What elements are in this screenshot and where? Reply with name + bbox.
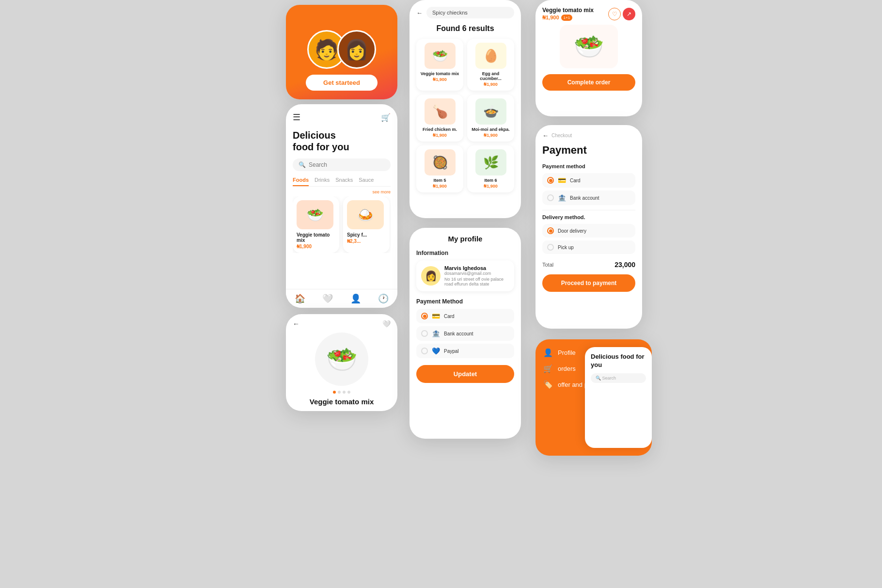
radio-card[interactable] bbox=[421, 313, 428, 319]
food-name-2: Spicy f... bbox=[347, 232, 386, 238]
total-label: Total bbox=[542, 262, 553, 268]
panel-search-bar[interactable]: 🔍 Search bbox=[591, 373, 646, 383]
radio-method-bank[interactable] bbox=[547, 194, 554, 201]
result-card-5[interactable]: 🥘 Item 5 ₦1,900 bbox=[416, 145, 463, 192]
back-btn-detail[interactable]: ← bbox=[293, 320, 299, 328]
screen-payment: ← Checkout Payment Payment method 💳 Card… bbox=[536, 125, 642, 329]
bank-icon: 🏦 bbox=[432, 330, 440, 337]
heart-circle[interactable]: ♡ bbox=[608, 8, 621, 20]
result-price-1: ₦1,900 bbox=[420, 77, 459, 82]
home-headline: Delicious food for you bbox=[293, 129, 391, 153]
white-panel: Delicious food for you 🔍 Search bbox=[585, 347, 652, 448]
nav-profile[interactable]: 👤 bbox=[350, 293, 361, 304]
payment-opt-paypal[interactable]: 💙 Paypal bbox=[416, 344, 514, 358]
paypal-label: Paypal bbox=[444, 349, 459, 354]
panel-search-icon: 🔍 bbox=[596, 376, 601, 381]
tab-drinks[interactable]: Drinks bbox=[315, 177, 330, 186]
info-section-label: Information bbox=[416, 250, 514, 256]
nav-home[interactable]: 🏠 bbox=[295, 293, 305, 304]
radio-paypal[interactable] bbox=[421, 348, 428, 354]
detail-name: Veggie tomato mix bbox=[293, 397, 391, 406]
screen-detail: ← 🤍 🥗 Veggie tomato mix bbox=[286, 314, 397, 411]
tab-snacks[interactable]: Snacks bbox=[335, 177, 353, 186]
result-card-4[interactable]: 🍲 Moi-moi and ekpa. ₦1,900 bbox=[467, 95, 514, 142]
payment-opt-bank[interactable]: 🏦 Bank account bbox=[416, 326, 514, 341]
screen-orange: 👤 Profile 🛒 orders 🏷️ offer and promo De… bbox=[536, 339, 652, 456]
delivery-opt-pickup[interactable]: Pick up bbox=[542, 240, 635, 254]
nav-favorites[interactable]: 🤍 bbox=[322, 293, 333, 304]
radio-pickup[interactable] bbox=[547, 244, 554, 251]
result-name-6: Item 6 bbox=[471, 178, 510, 183]
search-icon: 🔍 bbox=[299, 161, 306, 168]
screen-profile: My profile Information 👩 Marvis Ighedosa… bbox=[410, 228, 521, 439]
screen-splash: 🧑 👩 Get starteed bbox=[286, 5, 397, 99]
dot-3 bbox=[343, 391, 346, 394]
avatar-2: 👩 bbox=[337, 30, 376, 69]
radio-method-card[interactable] bbox=[547, 177, 554, 184]
complete-badge: 1+1 bbox=[561, 15, 573, 21]
user-address: No 16 uri street off ovie palace road ef… bbox=[444, 277, 509, 286]
payment-opt-card[interactable]: 💳 Card bbox=[416, 309, 514, 323]
complete-order-button[interactable]: Complete order bbox=[542, 74, 635, 91]
method-bank-name: Bank account bbox=[570, 195, 599, 201]
dot-4 bbox=[347, 391, 350, 394]
card-icon: 💳 bbox=[432, 312, 440, 320]
complete-price: ₦1,900 bbox=[542, 15, 559, 21]
result-card-1[interactable]: 🥗 Veggie tomato mix ₦1,900 bbox=[416, 39, 463, 91]
heart-btn-detail[interactable]: 🤍 bbox=[382, 320, 391, 328]
back-arrow-search[interactable]: ← bbox=[416, 9, 423, 16]
see-more[interactable]: see more bbox=[293, 190, 391, 194]
user-email: dosamarvis@gmail.com bbox=[444, 271, 509, 276]
result-card-3[interactable]: 🍗 Fried chicken m. ₦1,900 bbox=[416, 95, 463, 142]
food-price-1: ₦1,900 bbox=[297, 244, 335, 249]
delivery-opt-door[interactable]: Door delivery bbox=[542, 224, 635, 238]
menu-icon[interactable]: ☰ bbox=[293, 112, 300, 123]
payment-heading: Payment bbox=[542, 144, 635, 157]
radio-door[interactable] bbox=[547, 227, 554, 234]
update-button[interactable]: Updatet bbox=[416, 365, 514, 383]
radio-bank[interactable] bbox=[421, 330, 428, 337]
dot-2 bbox=[338, 391, 341, 394]
result-price-6: ₦1,900 bbox=[471, 184, 510, 189]
food-card-2[interactable]: 🍛 Spicy f... ₦2,3... bbox=[343, 196, 390, 253]
screen-search: ← Spicy chieckns Found 6 results 🥗 Veggi… bbox=[410, 0, 521, 218]
offers-icon: 🏷️ bbox=[543, 380, 553, 389]
get-started-button[interactable]: Get starteed bbox=[306, 75, 378, 91]
dot-1 bbox=[333, 391, 336, 394]
profile-title: My profile bbox=[416, 235, 514, 243]
search-input[interactable] bbox=[309, 161, 385, 168]
tab-foods[interactable]: Foods bbox=[293, 177, 309, 186]
result-price-3: ₦1,900 bbox=[420, 133, 459, 138]
complete-food-visual: 🥗 bbox=[560, 25, 618, 68]
result-card-2[interactable]: 🥚 Egg and cucmber... ₦1,900 bbox=[467, 39, 514, 91]
result-name-4: Moi-moi and ekpa. bbox=[471, 127, 510, 132]
result-name-3: Fried chicken m. bbox=[420, 127, 459, 132]
screen-complete: Veggie tomato mix ₦1,900 1+1 ♡ ↗ 🥗 Compl… bbox=[536, 0, 642, 116]
pickup-label: Pick up bbox=[558, 245, 574, 250]
method-opt-card[interactable]: 💳 Card bbox=[542, 173, 635, 188]
method-bank-icon: 🏦 bbox=[558, 194, 566, 202]
result-price-5: ₦1,900 bbox=[420, 184, 459, 189]
result-card-6[interactable]: 🌿 Item 6 ₦1,900 bbox=[467, 145, 514, 192]
share-circle[interactable]: ↗ bbox=[623, 8, 635, 20]
card-label: Card bbox=[444, 314, 455, 319]
result-name-5: Item 5 bbox=[420, 178, 459, 183]
checkout-label: Checkout bbox=[551, 133, 572, 138]
tab-sauce[interactable]: Sauce bbox=[359, 177, 374, 186]
food-hero: 🥗 bbox=[315, 333, 368, 386]
door-delivery-label: Door delivery bbox=[558, 228, 586, 234]
food-card-1[interactable]: 🥗 Veggie tomato mix ₦1,900 bbox=[293, 196, 339, 253]
search-query-bar[interactable]: Spicy chieckns bbox=[426, 7, 514, 18]
food-name-1: Veggie tomato mix bbox=[297, 232, 335, 243]
nav-history[interactable]: 🕐 bbox=[378, 293, 389, 304]
proceed-payment-button[interactable]: Proceed to payment bbox=[542, 274, 635, 292]
profile-icon: 👤 bbox=[543, 348, 553, 357]
method-card-icon: 💳 bbox=[558, 176, 566, 184]
result-name-1: Veggie tomato mix bbox=[420, 71, 459, 76]
back-arrow-payment[interactable]: ← bbox=[542, 132, 549, 139]
result-price-2: ₦1,900 bbox=[471, 82, 510, 87]
search-bar[interactable]: 🔍 bbox=[293, 159, 391, 171]
cart-icon[interactable]: 🛒 bbox=[381, 113, 391, 122]
delivery-method-label: Delivery method. bbox=[542, 214, 635, 220]
method-opt-bank[interactable]: 🏦 Bank account bbox=[542, 191, 635, 205]
